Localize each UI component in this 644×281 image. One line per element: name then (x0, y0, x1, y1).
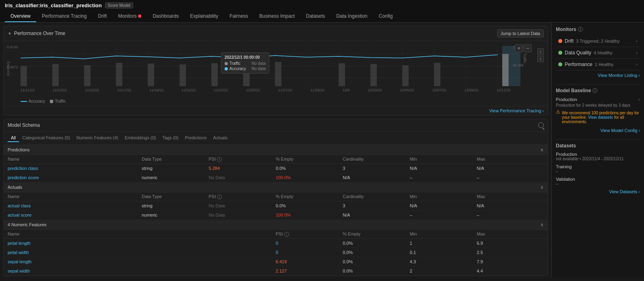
tab-datasets[interactable]: Datasets (300, 11, 330, 22)
actual-score-name[interactable]: actual score (8, 213, 142, 217)
svg-rect-29 (402, 65, 409, 86)
x-label-5: 11/21/22 (182, 88, 196, 92)
schema-tab-predictions[interactable]: Predictions (182, 134, 210, 142)
tab-drift[interactable]: Drift (92, 11, 112, 22)
schema-tab-actuals[interactable]: Actuals (210, 134, 231, 142)
chart-prev-button[interactable]: ‹ (537, 48, 544, 55)
performance-title: Performance Over Time (14, 31, 65, 36)
view-datasets-link-panel[interactable]: View Datasets › (556, 189, 640, 194)
petal-width-max: 2.5 (477, 250, 544, 255)
svg-rect-24 (211, 63, 218, 86)
pred-score-psi: No Data (209, 175, 276, 180)
tab-config[interactable]: Config (373, 11, 398, 22)
tab-explainability[interactable]: Explainability (184, 11, 224, 22)
view-monitor-listing-link[interactable]: View Monitor Listing › (556, 73, 640, 78)
monitor-drift-item[interactable]: Drift 3 Triggered; 2 Healthy › (556, 35, 640, 47)
tab-dashboards[interactable]: Dashboards (147, 11, 184, 22)
monitors-panel-title: Monitors (556, 27, 576, 32)
tab-overview[interactable]: Overview (5, 11, 36, 22)
col-max: Max (477, 157, 544, 162)
actual-row-2: actual score numeric No Data 100.0% N/A … (4, 211, 548, 220)
monitors-info-icon[interactable]: i (578, 27, 583, 32)
sepal-width-min: 2 (410, 269, 477, 273)
actual-class-max: N/A (477, 203, 544, 208)
tooltip-traffic-value: No data (252, 61, 266, 66)
actual-score-type: numeric (142, 213, 209, 217)
col-cardinality: Cardinality (343, 157, 410, 162)
schema-tab-tags[interactable]: Tags (0) (159, 134, 182, 142)
col-empty-f: % Empty (343, 231, 410, 237)
pred-score-name[interactable]: prediction score (8, 175, 142, 180)
svg-rect-19 (52, 64, 59, 86)
accuracy-legend-label: Accuracy (29, 99, 45, 103)
sepal-width-name[interactable]: sepal width (8, 269, 276, 273)
schema-tab-embeddings[interactable]: Embeddings (0) (122, 134, 159, 142)
predictions-collapse-icon[interactable]: ∧ (540, 147, 544, 153)
view-perf-tracing-link[interactable]: View Performance Tracing › (489, 108, 544, 113)
schema-tab-all[interactable]: All (8, 134, 19, 142)
x-axis-labels: 11/11/22 11/13/22 11/15/22 11/17/22 11/1… (21, 88, 511, 92)
schema-search-button[interactable] (538, 122, 544, 128)
actuals-title: Actuals (8, 185, 22, 190)
sepal-length-name[interactable]: sepal length (8, 259, 276, 264)
features-collapse-icon[interactable]: ∧ (540, 222, 544, 227)
chart-nav-left: ‹ › (537, 48, 544, 62)
validation-dataset-value: – (556, 182, 640, 186)
feature-row-4: sepal width 2.127 0.0% 2 4.4 (4, 267, 548, 276)
schema-tab-categorical[interactable]: Categorical Features (0) (19, 134, 73, 142)
predictions-section: Predictions ∧ Name Data Type PSI i % Emp… (4, 145, 548, 182)
tab-performance-tracing[interactable]: Performance Tracing (36, 11, 92, 22)
validation-dataset: Validation – (556, 177, 640, 186)
chart-next-button[interactable]: › (537, 56, 544, 62)
tab-business-impact[interactable]: Business Impact (254, 11, 300, 22)
svg-rect-22 (148, 64, 154, 86)
drift-monitor-status: 3 Triggered; 2 Healthy (576, 39, 619, 43)
zoom-in-button[interactable]: + (515, 44, 523, 52)
zoom-out-button[interactable]: − (524, 44, 532, 52)
traffic-axis-label: Traffic (523, 53, 527, 63)
view-datasets-link[interactable]: View datasets (588, 115, 613, 120)
svg-rect-20 (84, 65, 91, 86)
sepal-width-empty: 0.0% (343, 269, 410, 273)
nav-tabs: Overview Performance Tracing Drift Monit… (5, 11, 639, 22)
pred-class-empty: 0.0% (276, 166, 343, 171)
petal-width-name[interactable]: petal width (8, 250, 276, 255)
tooltip-date: 2022/12/1 00:00:00 (225, 55, 266, 60)
collapse-icon[interactable]: ▼ (8, 31, 12, 36)
chart-legend: Accuracy Traffic (4, 97, 548, 106)
baseline-chevron[interactable]: › (638, 97, 640, 102)
production-dataset-value: not available • 2022/11/4 - 2022/12/11 (556, 157, 640, 161)
monitor-data-quality-item[interactable]: Data Quality 4 Healthy › (556, 47, 640, 59)
monitors-warning-dot (138, 14, 141, 18)
features-title: 4 Numeric Features (8, 222, 47, 227)
tab-fairness[interactable]: Fairness (224, 11, 254, 22)
x-label-13: 12/07/22 (432, 88, 446, 92)
traffic-y-bottom: 92.46k (513, 63, 524, 67)
col-psi: PSI i (209, 157, 276, 162)
actual-class-name[interactable]: actual class (8, 203, 142, 208)
pred-class-max: N/A (477, 166, 544, 171)
baseline-production: Production › Production for 2 weeks dela… (556, 97, 640, 126)
tab-data-ingestion[interactable]: Data Ingestion (331, 11, 373, 22)
actuals-collapse-icon[interactable]: ∧ (540, 184, 544, 190)
schema-tab-numeric[interactable]: Numeric Features (4) (73, 134, 122, 142)
actual-class-type: string (142, 203, 209, 208)
sepal-length-empty: 0.0% (343, 259, 410, 264)
tooltip-traffic-label: Traffic (229, 61, 240, 66)
right-panel: Monitors i Drift 3 Triggered; 2 Healthy … (551, 23, 644, 278)
pred-class-name[interactable]: prediction class (8, 166, 142, 171)
datasets-section: Datasets Production not available • 2022… (556, 143, 640, 194)
petal-length-name[interactable]: petal length (8, 241, 276, 246)
pred-score-cardinality: N/A (343, 175, 410, 180)
tab-monitors[interactable]: Monitors (112, 11, 147, 22)
traffic-y-bottom-value: 92.46k (513, 63, 524, 67)
baseline-info-icon[interactable]: i (592, 88, 597, 93)
monitor-performance-item[interactable]: Performance 1 Healthy › (556, 59, 640, 70)
actual-score-max: – (477, 213, 544, 217)
view-model-config-link[interactable]: View Model Config › (556, 128, 640, 133)
schema-header: Model Schema (4, 119, 548, 132)
traffic-legend-label: Traffic (55, 99, 66, 103)
jump-to-latest-button[interactable]: Jump to Latest Data (497, 29, 544, 37)
accuracy-legend-line (21, 101, 27, 102)
schema-title: Model Schema (8, 122, 40, 128)
